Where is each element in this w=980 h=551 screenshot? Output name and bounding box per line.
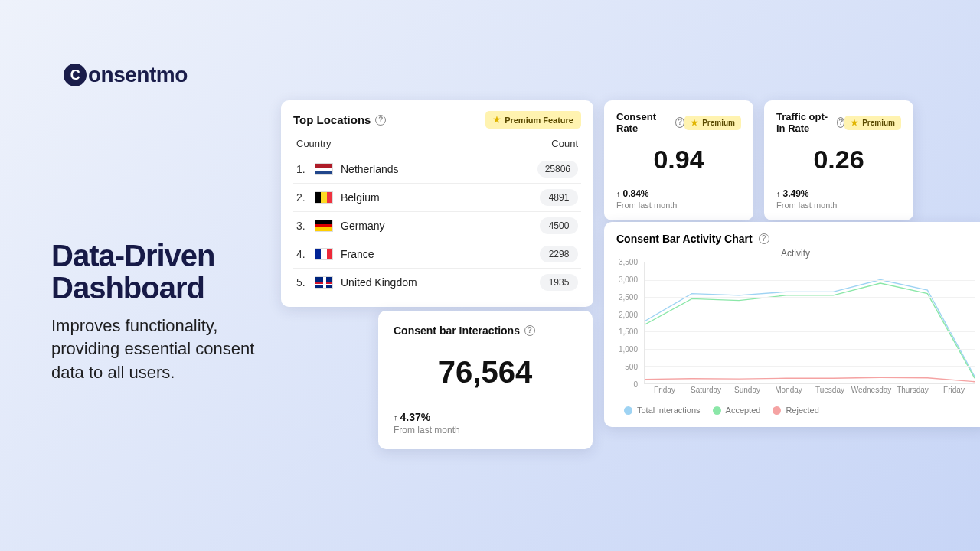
activity-chart-caption: Activity <box>616 248 975 259</box>
star-icon: ★ <box>493 115 501 125</box>
hero-copy: Data-Driven Dashboard Improves functiona… <box>51 240 289 384</box>
traffic-rate-card: Traffic opt-in Rate ? ★ Premium 0.26 ↑3.… <box>764 100 913 220</box>
legend-accepted: Accepted <box>713 406 761 415</box>
country-name: Belgium <box>341 191 380 204</box>
help-icon[interactable]: ? <box>675 117 684 128</box>
row-index: 2. <box>296 191 307 204</box>
consent-rate-card: Consent Rate ? ★ Premium 0.94 ↑0.84% Fro… <box>604 100 753 220</box>
table-row: 2.Belgium4891 <box>293 184 581 212</box>
country-count: 4500 <box>540 217 578 234</box>
premium-badge-label: Premium <box>862 119 895 127</box>
brand-name: onsentmo <box>88 63 188 87</box>
y-tick: 0 <box>633 380 638 389</box>
top-locations-card: Top Locations ? ★ Premium Feature Countr… <box>281 100 593 307</box>
y-tick: 3,000 <box>619 275 638 283</box>
dot-icon <box>624 406 632 415</box>
row-index: 3. <box>296 220 307 232</box>
help-icon[interactable]: ? <box>524 325 535 336</box>
row-index: 5. <box>296 276 307 289</box>
x-tick: Saturday <box>685 386 727 399</box>
premium-badge-label: Premium <box>702 119 735 127</box>
country-name: Netherlands <box>341 163 399 175</box>
star-icon: ★ <box>691 118 698 128</box>
y-tick: 2,000 <box>619 310 638 318</box>
consent-rate-sub: From last month <box>616 201 741 210</box>
x-tick: Friday <box>644 386 685 399</box>
activity-chart-card: Consent Bar Activity Chart ? Activity 3,… <box>604 222 980 427</box>
country-count: 2298 <box>540 246 578 262</box>
y-tick: 500 <box>625 363 638 371</box>
y-tick: 1,000 <box>619 345 638 354</box>
brand-logo: Consentmo <box>64 63 188 87</box>
dot-icon <box>713 406 721 415</box>
col-country: Country <box>296 138 332 149</box>
country-count: 4891 <box>540 189 578 206</box>
interactions-value: 76,564 <box>394 355 577 390</box>
help-icon[interactable]: ? <box>375 115 386 126</box>
flag-icon <box>315 163 333 175</box>
row-index: 4. <box>296 248 307 260</box>
table-row: 1.Netherlands25806 <box>293 155 581 184</box>
interactions-delta: ↑4.37% <box>394 411 577 423</box>
country-name: France <box>341 248 374 260</box>
locations-list: 1.Netherlands258062.Belgium48913.Germany… <box>293 155 581 296</box>
flag-icon <box>315 248 333 260</box>
star-icon: ★ <box>851 118 858 128</box>
chart-legend: Total interactions Accepted Rejected <box>616 406 975 415</box>
row-index: 1. <box>296 163 307 175</box>
x-tick: Friday <box>933 386 975 399</box>
consent-rate-value: 0.94 <box>616 145 741 174</box>
interactions-card: Consent bar Interactions ? 76,564 ↑4.37%… <box>378 311 593 449</box>
activity-chart: 3,5003,0002,5002,0001,5001,0005000 Frida… <box>616 262 975 399</box>
x-tick: Tuesday <box>809 386 851 399</box>
consent-rate-title: Consent Rate <box>616 111 671 134</box>
table-row: 3.Germany4500 <box>293 212 581 240</box>
x-tick: Sunday <box>727 386 768 399</box>
country-name: United Kingdom <box>341 276 417 289</box>
consent-rate-delta: ↑0.84% <box>616 188 741 199</box>
interactions-sub: From last month <box>394 425 577 435</box>
y-tick: 2,500 <box>619 292 638 301</box>
country-name: Germany <box>341 220 385 232</box>
premium-badge: ★ Premium <box>844 116 901 130</box>
arrow-up-icon: ↑ <box>394 412 398 422</box>
help-icon[interactable]: ? <box>837 117 844 128</box>
top-locations-title-text: Top Locations <box>293 113 371 126</box>
country-count: 25806 <box>537 161 578 178</box>
premium-badge: ★ Premium <box>684 116 741 130</box>
traffic-rate-title: Traffic opt-in Rate <box>776 111 832 134</box>
traffic-rate-sub: From last month <box>776 201 901 210</box>
table-row: 5.United Kingdom1935 <box>293 269 581 296</box>
x-tick: Wednesday <box>851 386 892 399</box>
flag-icon <box>315 220 333 232</box>
hero-title: Data-Driven Dashboard <box>51 240 289 304</box>
country-count: 1935 <box>540 274 578 291</box>
hero-subtitle: Improves functionality, providing essent… <box>51 315 289 384</box>
table-row: 4.France2298 <box>293 240 581 269</box>
brand-mark-icon: C <box>64 64 87 86</box>
legend-rejected: Rejected <box>773 406 818 415</box>
flag-icon <box>315 191 333 204</box>
activity-chart-title: Consent Bar Activity Chart <box>616 233 753 245</box>
arrow-up-icon: ↑ <box>776 189 781 198</box>
interactions-title: Consent bar Interactions <box>394 324 520 337</box>
traffic-rate-value: 0.26 <box>776 145 901 174</box>
help-icon[interactable]: ? <box>759 233 769 244</box>
col-count: Count <box>551 138 578 149</box>
flag-icon <box>315 276 333 289</box>
traffic-rate-delta: ↑3.49% <box>776 188 901 199</box>
y-tick: 3,500 <box>619 258 638 266</box>
legend-total: Total interactions <box>624 406 701 415</box>
arrow-up-icon: ↑ <box>616 189 621 198</box>
y-tick: 1,500 <box>619 328 638 336</box>
premium-feature-label: Premium Feature <box>505 116 573 125</box>
dot-icon <box>773 406 781 415</box>
premium-feature-badge: ★ Premium Feature <box>485 111 581 129</box>
top-locations-title: Top Locations ? <box>293 113 386 126</box>
x-tick: Thursday <box>892 386 933 399</box>
x-tick: Monday <box>768 386 809 399</box>
